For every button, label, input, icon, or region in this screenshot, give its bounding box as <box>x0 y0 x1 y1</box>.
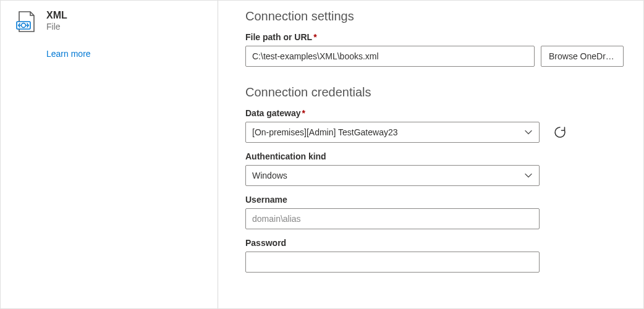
connector-title: XML <box>46 9 67 21</box>
learn-more-link[interactable]: Learn more <box>46 49 204 59</box>
data-gateway-select[interactable]: [On-premises][Admin] TestGateway23 <box>245 122 540 143</box>
data-gateway-label: Data gateway* <box>245 108 624 118</box>
auth-kind-select[interactable]: Windows <box>245 165 540 186</box>
file-path-field: File path or URL* Browse OneDrive... <box>245 32 624 67</box>
password-input[interactable] <box>245 252 540 273</box>
file-path-label: File path or URL* <box>245 32 624 42</box>
auth-kind-field: Authentication kind Windows <box>245 151 624 186</box>
password-label: Password <box>245 238 624 248</box>
username-label: Username <box>245 195 624 205</box>
data-gateway-field: Data gateway* [On-premises][Admin] TestG… <box>245 108 624 143</box>
chevron-down-icon <box>524 171 533 180</box>
refresh-icon <box>553 125 567 139</box>
main-panel: Connection settings File path or URL* Br… <box>218 1 643 308</box>
required-asterisk: * <box>302 108 305 118</box>
connector-header: XML File <box>14 9 204 34</box>
file-path-input[interactable] <box>245 46 535 67</box>
sidebar: XML File Learn more <box>1 1 218 308</box>
chevron-down-icon <box>524 128 533 137</box>
auth-kind-label: Authentication kind <box>245 151 624 161</box>
connector-subtitle: File <box>46 21 67 32</box>
browse-onedrive-button[interactable]: Browse OneDrive... <box>541 46 624 67</box>
username-field: Username <box>245 195 624 229</box>
refresh-gateway-button[interactable] <box>552 124 568 140</box>
required-asterisk: * <box>313 32 316 42</box>
connection-credentials-heading: Connection credentials <box>245 85 624 99</box>
username-input[interactable] <box>245 208 540 229</box>
password-field: Password <box>245 238 624 273</box>
xml-file-icon <box>14 11 38 34</box>
connection-settings-heading: Connection settings <box>245 9 624 23</box>
